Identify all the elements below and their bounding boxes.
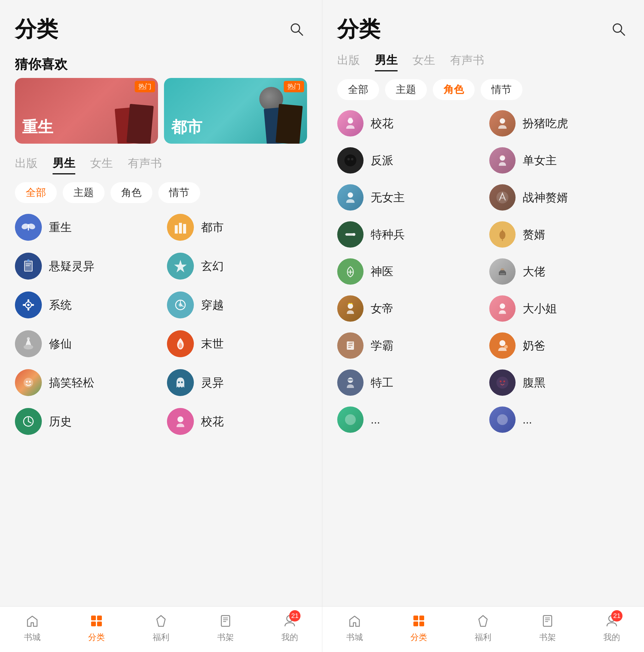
genre-lishi[interactable]: 历史 (9, 402, 161, 441)
genre-xiaohua[interactable]: 校花 (161, 402, 313, 441)
nav-shucheng-left[interactable]: 书城 (24, 613, 41, 643)
tab-yousheng-right[interactable]: 有声书 (450, 53, 484, 72)
nav-label-fuli-right: 福利 (475, 632, 491, 643)
left-tabs: 出版 男生 女生 有声书 (0, 153, 322, 178)
genre-icon-chongsheng (15, 214, 42, 241)
filter-role-left[interactable]: 角色 (110, 182, 152, 203)
role-daxiaojie[interactable]: 大小姐 (483, 290, 635, 327)
person-icon-right: 21 (603, 613, 620, 629)
genre-name-moshi: 末世 (201, 336, 224, 352)
banner-book-2b (275, 104, 302, 144)
genre-xuanhuan[interactable]: 玄幻 (161, 247, 313, 286)
role-shenyi[interactable]: 神医 (331, 253, 483, 290)
nav-fuli-left[interactable]: 福利 (153, 613, 169, 643)
tab-nvsheng-right[interactable]: 女生 (412, 53, 435, 72)
tab-yousheng-left[interactable]: 有声书 (128, 156, 162, 174)
genre-grid-left: 重生 都市 (0, 208, 322, 606)
genre-row-4: 修仙 末世 (9, 324, 313, 363)
role-row-1: 校花 扮猪吃虎 (331, 105, 635, 142)
genre-xitong[interactable]: 系统 (9, 286, 161, 324)
svg-point-25 (24, 378, 33, 387)
nav-fenlei-right[interactable]: 分类 (410, 613, 427, 643)
banner-chongsheng[interactable]: 热门 重生 (15, 78, 158, 144)
banner-text-1: 重生 (22, 117, 53, 138)
genre-gaoxiao[interactable]: 搞笑轻松 (9, 363, 161, 402)
svg-text:100: 100 (349, 341, 353, 344)
svg-rect-79 (413, 616, 418, 620)
role-nvdi[interactable]: 女帝 (331, 290, 483, 327)
left-header: 分类 (0, 0, 322, 50)
role-xiaohua[interactable]: 校花 (331, 105, 483, 142)
banner-book-1b (126, 104, 154, 144)
role-partial2[interactable]: ... (483, 401, 635, 438)
nav-shucheng-right[interactable]: 书城 (346, 613, 363, 643)
genre-name-xiuxian: 修仙 (49, 336, 72, 352)
filter-role-right[interactable]: 角色 (433, 79, 475, 100)
filter-theme-left[interactable]: 主题 (63, 182, 105, 203)
tab-nansheng-left[interactable]: 男生 (53, 156, 75, 174)
history-icon (20, 413, 36, 430)
svg-point-28 (178, 381, 180, 383)
genre-xiuxian[interactable]: 修仙 (9, 324, 161, 363)
nav-fenlei-left[interactable]: 分类 (88, 613, 105, 643)
left-title: 分类 (15, 15, 58, 44)
role-tegong[interactable]: 特工 (331, 364, 483, 401)
genre-xuanyi[interactable]: 悬疑灵异 (9, 247, 161, 286)
genre-chongsheng[interactable]: 重生 (9, 208, 161, 247)
empress-icon (343, 301, 358, 316)
tab-chuban-left[interactable]: 出版 (15, 156, 38, 174)
role-zhuzhu[interactable]: 扮猪吃虎 (483, 105, 635, 142)
genre-lingyi[interactable]: 灵异 (161, 363, 313, 402)
role-xueba[interactable]: 100 学霸 (331, 327, 483, 364)
right-search-button[interactable] (608, 19, 629, 40)
diamond-icon-right (475, 613, 491, 629)
svg-rect-32 (91, 616, 96, 620)
role-wunv[interactable]: 无女主 (331, 179, 483, 216)
role-zhui[interactable]: 赘婿 (483, 216, 635, 253)
genre-chuanyue[interactable]: 穿越 (161, 286, 313, 324)
book-icon-right (539, 613, 556, 629)
zhui-icon (495, 227, 510, 242)
filter-theme-right[interactable]: 主题 (385, 79, 427, 100)
role-zhanshen[interactable]: 战神赘婿 (483, 179, 635, 216)
role-name-dalao: 大佬 (523, 264, 545, 279)
tab-nansheng-right[interactable]: 男生 (375, 53, 398, 72)
tab-chuban-right[interactable]: 出版 (337, 53, 360, 72)
nav-shujia-right[interactable]: 书架 (539, 613, 556, 643)
genre-row-1: 重生 都市 (9, 208, 313, 247)
nav-shujia-left[interactable]: 书架 (217, 613, 234, 643)
role-tezhong[interactable]: 特种兵 (331, 216, 483, 253)
system-icon (20, 297, 36, 313)
boss-icon (495, 264, 510, 279)
role-danv[interactable]: 单女主 (483, 142, 635, 179)
nav-wode-right[interactable]: 21 我的 (603, 613, 620, 643)
role-fanpai[interactable]: 反派 (331, 142, 483, 179)
svg-rect-33 (97, 616, 102, 620)
lady-icon (495, 301, 510, 316)
left-search-button[interactable] (286, 19, 307, 40)
role-partial1[interactable]: ... (331, 401, 483, 438)
grid-icon-right (410, 613, 427, 629)
home-icon-left (24, 613, 41, 629)
genre-icon-dushi (167, 214, 194, 241)
role-naidie[interactable]: 奶爸 (483, 327, 635, 364)
genre-moshi[interactable]: 末世 (161, 324, 313, 363)
genre-icon-xiuxian (15, 330, 42, 357)
banner-dushi[interactable]: 热门 都市 (164, 78, 307, 144)
filter-plot-right[interactable]: 情节 (481, 79, 522, 100)
svg-rect-16 (27, 308, 29, 310)
role-dalao[interactable]: 大佬 (483, 253, 635, 290)
nav-wode-left[interactable]: 21 我的 (281, 613, 298, 643)
filter-all-left[interactable]: 全部 (15, 182, 57, 203)
genre-icon-xitong (15, 292, 42, 318)
agent-icon (343, 375, 358, 390)
nav-fuli-right[interactable]: 福利 (475, 613, 491, 643)
role-row-4: 特种兵 赘婿 (331, 216, 635, 253)
role-fuhei[interactable]: 腹黑 (483, 364, 635, 401)
genre-dushi[interactable]: 都市 (161, 208, 313, 247)
genre-icon-xuanyi (15, 253, 42, 279)
tab-nvsheng-left[interactable]: 女生 (90, 156, 113, 174)
filter-all-right[interactable]: 全部 (337, 79, 379, 100)
svg-point-48 (351, 158, 353, 160)
filter-plot-left[interactable]: 情节 (158, 182, 200, 203)
